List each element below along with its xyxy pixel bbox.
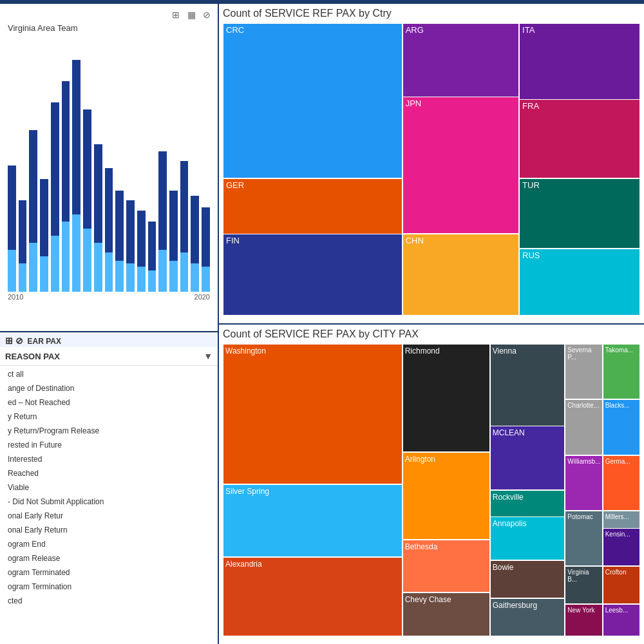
treemap2-label-Bowie: Bowie — [491, 561, 565, 574]
main-layout: ⊞ ▦ ⊘ Virginia Area Team 2010 2020 ⊞ ⊘ E… — [0, 4, 644, 644]
bar-dark — [62, 81, 70, 222]
bar-group-14 — [158, 60, 167, 292]
filter-item-12[interactable]: ogram End — [0, 537, 218, 551]
filter-item-1[interactable]: ange of Destination — [0, 381, 218, 395]
treemap1-cell-FRA[interactable]: FRA — [519, 99, 640, 178]
treemap1-label-CHN: CHN — [403, 233, 426, 248]
bar-dark — [169, 191, 178, 261]
filter-item-5[interactable]: rested in Future — [0, 438, 218, 452]
filter-item-10[interactable]: onal Early Retur — [0, 509, 218, 523]
treemap2-label-Germa---: Germa... — [603, 456, 639, 467]
treemap2-cell-Williamsb---[interactable]: Williamsb... — [565, 455, 602, 511]
bar-dark — [148, 222, 156, 270]
bar-light — [169, 261, 178, 292]
treemap2-label-Silver-Spring: Silver Spring — [223, 485, 402, 498]
treemap2-label-Kensin---: Kensin... — [603, 529, 639, 540]
bar-group-7 — [83, 60, 91, 292]
treemap2-cell-Annapolis[interactable]: Annapolis — [490, 516, 565, 560]
treemap2-label-Chevy-Chase: Chevy Chase — [403, 593, 489, 606]
filter-item-15[interactable]: ogram Termination — [0, 580, 218, 594]
chart-label-icon[interactable]: ⊞ ⊘ — [5, 336, 23, 346]
filter-item-16[interactable]: cted — [0, 594, 218, 608]
chart-toolbar: ⊞ ▦ ⊘ — [5, 9, 213, 21]
bar-dark — [137, 211, 146, 267]
bar-group-6 — [72, 60, 80, 292]
treemap2-cell-Chevy-Chase[interactable]: Chevy Chase — [402, 592, 490, 636]
treemap1-cell-CHN[interactable]: CHN — [402, 234, 519, 316]
filter-item-8[interactable]: Viable — [0, 480, 218, 495]
chart-label: ⊞ ⊘ EAR PAX — [0, 332, 218, 347]
treemap1-cell-CRC[interactable]: CRC — [223, 23, 402, 178]
bar-group-8 — [94, 60, 102, 292]
filter-icon[interactable]: ⊘ — [201, 9, 213, 21]
treemap2-cell-Bethesda[interactable]: Bethesda — [402, 540, 490, 592]
bar-light — [29, 243, 37, 292]
bar-dark — [191, 196, 199, 263]
treemap2-cell-Takoma---[interactable]: Takoma... — [603, 344, 640, 399]
treemap2-cell-Virginia-B---[interactable]: Virginia B... — [565, 566, 602, 604]
filter-item-4[interactable]: y Return/Program Release — [0, 424, 218, 438]
bar-light — [126, 263, 135, 292]
treemap2-cell-Alexandria[interactable]: Alexandria — [223, 557, 402, 636]
table-icon[interactable]: ⊞ — [170, 9, 182, 21]
bar-light — [51, 236, 59, 292]
treemap2-cell-Gaithersburg[interactable]: Gaithersburg — [490, 598, 565, 636]
x-label-2010: 2010 — [8, 293, 23, 301]
treemap2-cell-Germa---[interactable]: Germa... — [603, 455, 640, 511]
bar-light — [202, 267, 210, 292]
treemap1-cell-JPN[interactable]: JPN — [402, 97, 519, 234]
filter-item-2[interactable]: ed – Not Reached — [0, 395, 218, 410]
treemap1-label-FRA: FRA — [520, 99, 542, 113]
treemap2-cell-Blacks---[interactable]: Blacks... — [603, 399, 640, 455]
treemap2-cell-Leesb---[interactable]: Leesb... — [603, 604, 640, 636]
treemap1-cell-TUR[interactable]: TUR — [519, 178, 640, 249]
treemap1-cell-FIN[interactable]: FIN — [223, 234, 402, 316]
treemap2-cell-Richmond[interactable]: Richmond — [402, 344, 490, 452]
treemap2-cell-Potomac[interactable]: Potomac — [565, 511, 602, 566]
filter-item-14[interactable]: ogram Terminated — [0, 565, 218, 580]
filter-item-6[interactable]: Interested — [0, 452, 218, 466]
treemap2-cell-Bowie[interactable]: Bowie — [490, 560, 565, 598]
bar-group-17 — [191, 60, 199, 292]
bar-light — [105, 252, 113, 292]
bar-chart-icon[interactable]: ▦ — [185, 9, 197, 21]
bar-group-11 — [126, 60, 135, 292]
treemap2-cell-MCLEAN[interactable]: MCLEAN — [490, 426, 565, 490]
filter-item-7[interactable]: Reached — [0, 466, 218, 480]
treemap1-cell-RUS[interactable]: RUS — [519, 249, 640, 316]
treemap1-label-CRC: CRC — [223, 23, 247, 37]
right-panel: Count of SERVICE REF PAX by Ctry CRCARGI… — [219, 4, 644, 644]
filter-dropdown-icon[interactable]: ▼ — [204, 351, 213, 361]
bar-dark — [29, 130, 37, 243]
treemap2-cell-Charlotte---[interactable]: Charlotte... — [565, 399, 602, 455]
treemap2-container: WashingtonRichmondViennaSeverna P...Tako… — [223, 344, 640, 636]
filter-list[interactable]: ct allange of Destinationed – Not Reache… — [0, 366, 218, 644]
bar-light — [158, 250, 167, 292]
treemap2-cell-Silver-Spring[interactable]: Silver Spring — [223, 484, 402, 558]
treemap2-title: Count of SERVICE REF PAX by CITY PAX — [223, 328, 640, 340]
filter-item-11[interactable]: onal Early Return — [0, 523, 218, 537]
treemap2-label-Severna-P---: Severna P... — [565, 345, 601, 363]
treemap2-cell-Washington[interactable]: Washington — [223, 344, 402, 484]
treemap2-cell-Arlington[interactable]: Arlington — [402, 452, 490, 540]
treemap1-label-TUR: TUR — [520, 178, 542, 193]
bar-dark — [40, 179, 48, 256]
treemap2-cell-Crofton[interactable]: Crofton — [603, 566, 640, 604]
bar-light — [94, 243, 102, 292]
treemap2-cell-New-York[interactable]: New York — [565, 604, 602, 636]
bar-light — [40, 256, 48, 292]
filter-item-13[interactable]: ogram Release — [0, 551, 218, 565]
filter-item-9[interactable]: - Did Not Submit Application — [0, 495, 218, 509]
filter-title: REASON PAX — [5, 352, 60, 361]
filter-item-0[interactable]: ct all — [0, 367, 218, 381]
bar-group-15 — [169, 60, 178, 292]
bar-light — [83, 229, 91, 292]
left-panel: ⊞ ▦ ⊘ Virginia Area Team 2010 2020 ⊞ ⊘ E… — [0, 4, 219, 644]
bar-dark — [51, 102, 59, 236]
filter-item-3[interactable]: y Return — [0, 410, 218, 424]
treemap2-label-Arlington: Arlington — [403, 453, 489, 466]
treemap2-cell-Kensin---[interactable]: Kensin... — [603, 528, 640, 566]
treemap2-label-Alexandria: Alexandria — [223, 558, 402, 571]
treemap2-label-Crofton: Crofton — [603, 567, 639, 578]
treemap2-cell-Severna-P---[interactable]: Severna P... — [565, 344, 602, 399]
